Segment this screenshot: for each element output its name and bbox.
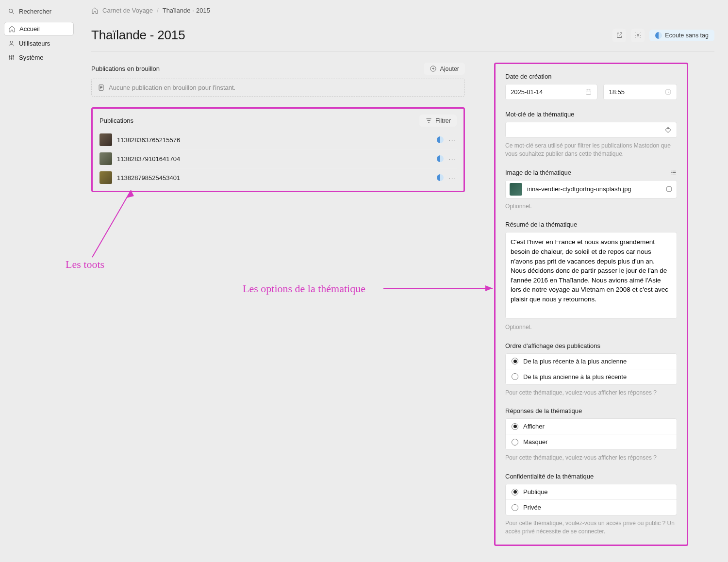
svg-point-2	[10, 41, 13, 44]
summary-help: Optionnel.	[505, 323, 677, 331]
order-option-oldest[interactable]: De la plus ancienne à la plus récente	[506, 369, 677, 384]
visibility-toggle[interactable]	[437, 136, 444, 143]
publication-row[interactable]: 113828363765215576 ···	[99, 131, 457, 149]
image-filename: irina-verdier-ctydtgortng-unsplash.jpg	[527, 185, 661, 193]
publication-row[interactable]: 113828379101641704 ···	[99, 149, 457, 168]
drafts-empty: Aucune publication en brouillon pour l'i…	[91, 79, 465, 97]
radio-icon	[512, 504, 518, 511]
nav-home[interactable]: Accueil	[4, 22, 74, 36]
svg-point-9	[637, 34, 639, 36]
replies-help: Pour cette thématique, voulez-vous affic…	[505, 454, 677, 462]
pubs-header: Publications Filtrer	[99, 115, 457, 127]
more-menu[interactable]: ···	[448, 174, 457, 182]
order-option-recent[interactable]: De la plus récente à la plus ancienne	[506, 354, 677, 369]
calendar-icon	[585, 88, 592, 96]
add-draft-button[interactable]: Ajouter	[424, 63, 465, 75]
document-icon	[98, 84, 105, 91]
nav-label: Système	[19, 54, 44, 61]
svg-point-0	[9, 9, 13, 13]
nav-users[interactable]: Utilisateurs	[4, 37, 74, 50]
privacy-option-private[interactable]: Privée	[506, 499, 677, 515]
privacy-option-public[interactable]: Publique	[506, 484, 677, 499]
summary-label: Résumé de la thématique	[505, 221, 677, 228]
date-row: 2025-01-14 18:55	[505, 84, 677, 100]
replies-option-show[interactable]: Afficher	[506, 419, 677, 434]
drafts-title: Publications en brouillon	[91, 65, 160, 72]
visibility-toggle[interactable]	[437, 155, 444, 162]
pubs-title: Publications	[99, 117, 133, 124]
users-icon	[8, 40, 15, 47]
nav-system[interactable]: Système	[4, 51, 74, 64]
search-trigger[interactable]: Rechercher	[4, 6, 74, 17]
radio-icon	[512, 373, 518, 380]
image-file-row[interactable]: irina-verdier-ctydtgortng-unsplash.jpg	[505, 180, 677, 198]
breadcrumb-sep: /	[157, 7, 159, 14]
time-input[interactable]: 18:55	[603, 84, 677, 100]
svg-point-7	[11, 58, 12, 59]
more-menu[interactable]: ···	[448, 136, 457, 144]
order-help: Pour cette thématique, voulez-vous affic…	[505, 389, 677, 397]
replies-label: Réponses de la thématique	[505, 407, 677, 414]
search-label: Rechercher	[19, 8, 51, 15]
publication-thumbnail	[99, 171, 112, 184]
publication-row[interactable]: 113828798525453401 ···	[99, 168, 457, 187]
replies-radios: Afficher Masquer	[505, 418, 677, 450]
radio-icon	[512, 358, 518, 364]
external-link-button[interactable]	[612, 29, 626, 42]
more-menu[interactable]: ···	[448, 155, 457, 163]
privacy-label: Confidentialité de la thématique	[505, 473, 677, 480]
breadcrumb-root[interactable]: Carnet de Voyage	[102, 7, 153, 14]
options-panel: Date de création 2025-01-14 18:55 Mot-cl…	[494, 63, 688, 546]
publication-id: 113828798525453401	[117, 174, 432, 182]
filter-button[interactable]: Filtrer	[419, 115, 457, 127]
page-title: Thaïlande - 2015	[91, 28, 185, 43]
content-row: Publications en brouillon Ajouter Aucune…	[91, 63, 714, 546]
publications-panel: Publications Filtrer 113828363765215576 …	[91, 107, 465, 192]
title-actions: Ecoute sans tag	[612, 29, 714, 42]
visibility-toggle[interactable]	[437, 174, 444, 181]
remove-icon[interactable]	[665, 185, 673, 193]
nav-label: Accueil	[19, 25, 40, 33]
annotation-toots: Les toots	[66, 258, 104, 271]
publication-thumbnail	[99, 133, 112, 146]
publication-actions: ···	[437, 136, 457, 144]
image-label: Image de la thématique	[505, 169, 571, 176]
keyword-help: Ce mot-clé sera utilisé pour filtrer les…	[505, 142, 677, 158]
home-icon	[8, 25, 16, 33]
publication-id: 113828379101641704	[117, 155, 432, 163]
tag-icon	[664, 126, 672, 133]
breadcrumb: Carnet de Voyage / Thaïlande - 2015	[91, 7, 714, 14]
svg-line-1	[12, 12, 14, 14]
annotation-options: Les options de la thématique	[243, 282, 365, 295]
external-link-icon	[616, 32, 623, 39]
order-radios: De la plus récente à la plus ancienne De…	[505, 353, 677, 385]
date-input[interactable]: 2025-01-14	[505, 84, 597, 100]
replies-option-hide[interactable]: Masquer	[506, 434, 677, 449]
publication-id: 113828363765215576	[117, 136, 432, 144]
sliders-icon	[8, 54, 15, 61]
keyword-input[interactable]	[505, 122, 677, 138]
plus-circle-icon	[430, 65, 437, 72]
listen-label: Ecoute sans tag	[665, 32, 709, 39]
sidebar: Rechercher Accueil Utilisateurs Système	[0, 0, 78, 562]
svg-point-8	[13, 55, 14, 57]
settings-button[interactable]	[631, 29, 645, 42]
listen-pill[interactable]: Ecoute sans tag	[649, 30, 714, 41]
list-toggle-icon[interactable]	[670, 169, 677, 176]
gear-icon	[634, 32, 642, 39]
filter-icon	[425, 117, 432, 124]
half-circle-icon	[655, 32, 662, 39]
svg-point-25	[668, 128, 669, 129]
search-icon	[8, 8, 15, 15]
nav-label: Utilisateurs	[19, 40, 50, 47]
publication-actions: ···	[437, 174, 457, 182]
home-icon[interactable]	[91, 7, 99, 14]
drafts-header: Publications en brouillon Ajouter	[91, 63, 465, 75]
image-help: Optionnel.	[505, 202, 677, 211]
summary-textarea[interactable]	[505, 232, 677, 319]
svg-rect-20	[586, 90, 591, 94]
order-label: Ordre d'affichage des publications	[505, 342, 677, 349]
title-row: Thaïlande - 2015 Ecoute sans tag	[91, 28, 714, 52]
main-content: Carnet de Voyage / Thaïlande - 2015 Thaï…	[78, 0, 728, 562]
privacy-help: Pour cette thématique, voulez-vous un ac…	[505, 519, 677, 536]
